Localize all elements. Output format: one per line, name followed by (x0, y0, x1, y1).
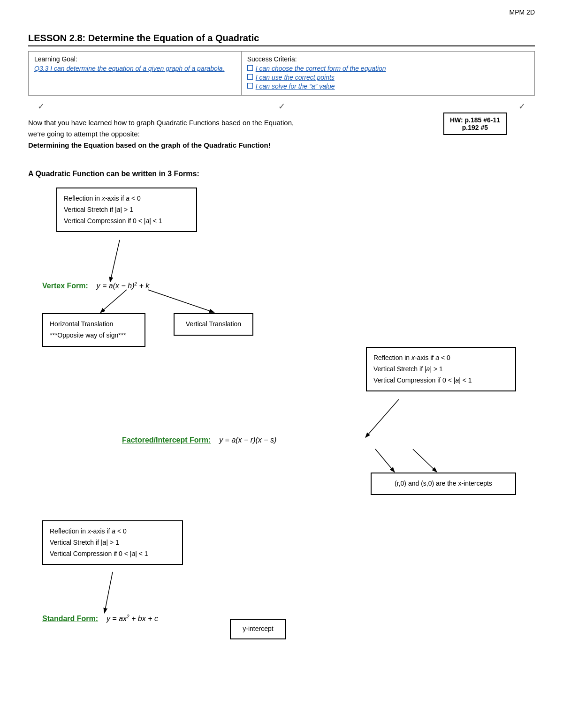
criteria-text-1: I can choose the correct form of the equ… (256, 65, 386, 72)
criteria-item-2: I can use the correct points (247, 74, 529, 81)
hw-line1: HW: p.185 #6-11 (450, 116, 500, 124)
factored-form-label: Factored/Intercept Form: (122, 436, 211, 444)
vertex-props-box: Reflection in x-axis if a < 0 Vertical S… (56, 188, 197, 232)
vertex-formula-line: Vertex Form: y = a(x − h)2 + k (42, 281, 149, 290)
svg-line-2 (148, 290, 213, 312)
standard-formula-line: Standard Form: y = ax2 + bx + c (42, 614, 158, 623)
standard-prop-3: Vertical Compression if 0 < |a| < 1 (50, 548, 175, 560)
tick-right: ✓ (518, 101, 525, 112)
factored-prop-1: Reflection in x-axis if a < 0 (373, 353, 509, 364)
svg-line-4 (375, 449, 394, 472)
svg-line-1 (101, 290, 127, 312)
tick-center: ✓ (278, 101, 285, 112)
criteria-item-3: I can solve for the “a” value (247, 83, 529, 90)
lesson-title: LESSON 2.8: Determine the Equation of a … (28, 33, 535, 46)
standard-formula-text: y = ax2 + bx + c (107, 615, 158, 623)
goal-criteria-container: Learning Goal: Q3.3 I can determine the … (28, 51, 535, 96)
criteria-checkbox-1 (247, 65, 253, 71)
vertex-prop-2: Vertical Stretch if |a| > 1 (64, 204, 190, 216)
criteria-checkbox-3 (247, 83, 253, 89)
tick-left: ✓ (38, 101, 45, 112)
y-intercept-box: y-intercept (230, 619, 286, 639)
section-heading: A Quadratic Function can be written in 3… (28, 170, 535, 178)
tick-row: ✓ ✓ ✓ (28, 100, 535, 113)
factored-formula-line: Factored/Intercept Form: y = a(x − r)(x … (122, 436, 276, 444)
factored-form-diagram: Reflection in x-axis if a < 0 Vertical S… (28, 347, 535, 506)
criteria-text-3: I can solve for the “a” value (256, 83, 335, 90)
standard-prop-2: Vertical Stretch if |a| > 1 (50, 537, 175, 548)
vertex-form-label: Vertex Form: (42, 282, 88, 290)
intro-text-2: Determining the Equation based on the gr… (28, 140, 310, 151)
factored-props-box: Reflection in x-axis if a < 0 Vertical S… (366, 347, 516, 391)
hw-line2: p.192 #5 (450, 124, 500, 131)
standard-prop-1: Reflection in x-axis if a < 0 (50, 526, 175, 537)
standard-form-diagram: Reflection in x-axis if a < 0 Vertical S… (28, 520, 535, 652)
factored-formula-text: y = a(x − r)(x − s) (219, 436, 276, 444)
hw-box: HW: p.185 #6-11 p.192 #5 (443, 113, 507, 135)
learning-goal-section: Learning Goal: Q3.3 I can determine the … (29, 52, 242, 95)
intro-text-1: Now that you have learned how to graph Q… (28, 117, 310, 140)
criteria-checkbox-2 (247, 74, 253, 80)
standard-form-label: Standard Form: (42, 615, 98, 623)
vertex-prop-1: Reflection in x-axis if a < 0 (64, 193, 190, 204)
factored-prop-2: Vertical Stretch if |a| > 1 (373, 364, 509, 375)
svg-line-5 (413, 449, 436, 472)
svg-line-6 (105, 572, 113, 612)
standard-props-box: Reflection in x-axis if a < 0 Vertical S… (42, 520, 183, 565)
success-criteria-section: Success Criteria: I can choose the corre… (242, 52, 534, 95)
horizontal-translation-box: Horizontal Translation ***Opposite way o… (42, 313, 145, 347)
vertex-prop-3: Vertical Compression if 0 < |a| < 1 (64, 216, 190, 227)
factored-prop-3: Vertical Compression if 0 < |a| < 1 (373, 375, 509, 386)
intro-text-container: Now that you have learned how to graph Q… (28, 117, 310, 151)
svg-line-3 (366, 399, 399, 437)
svg-line-0 (110, 240, 120, 281)
learning-goal-text: Q3.3 I can determine the equation of a g… (34, 65, 236, 72)
vertex-formula-text: y = a(x − h)2 + k (97, 282, 150, 290)
learning-goal-header: Learning Goal: (34, 55, 236, 63)
horiz-line1: Horizontal Translation (50, 319, 138, 330)
vertex-form-diagram: Reflection in x-axis if a < 0 Vertical S… (28, 188, 535, 338)
success-criteria-header: Success Criteria: (247, 55, 529, 63)
criteria-text-2: I can use the correct points (256, 74, 335, 81)
vertical-translation-box: Vertical Translation (174, 313, 253, 336)
horiz-line2: ***Opposite way of sign*** (50, 330, 138, 341)
criteria-item-1: I can choose the correct form of the equ… (247, 65, 529, 72)
course-label: MPM 2D (510, 8, 535, 16)
intercepts-box: (r,0) and (s,0) are the x-intercepts (371, 473, 516, 495)
